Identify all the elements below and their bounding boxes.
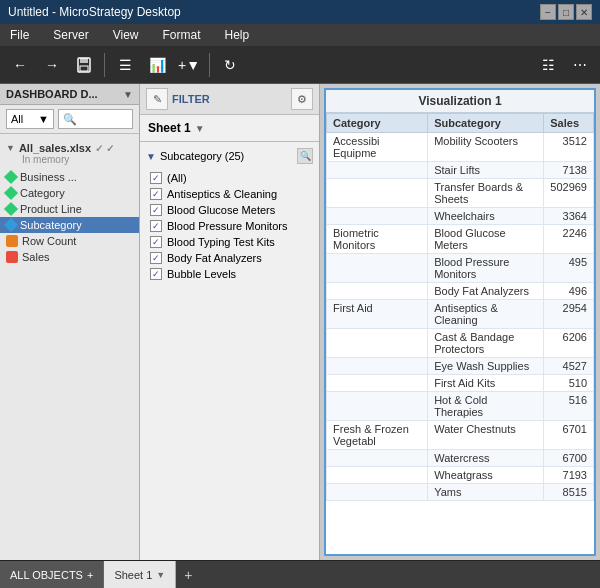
sidebar-item-productline[interactable]: Product Line — [0, 201, 139, 217]
cell-sales: 7138 — [544, 162, 594, 179]
filter-checkbox-bloodtyping[interactable] — [150, 236, 162, 248]
refresh-button[interactable]: ↻ — [216, 51, 244, 79]
visualization-panel: Visualization 1 Category Subcategory Sal… — [324, 88, 596, 556]
table-row: Transfer Boards & Sheets502969 — [327, 179, 594, 208]
table-row: Hot & Cold Therapies516 — [327, 392, 594, 421]
add-sheet-button[interactable]: + — [176, 561, 200, 588]
filter-item-bloodpressure-label: Blood Pressure Monitors — [167, 220, 287, 232]
left-panel-arrow[interactable]: ▼ — [123, 89, 133, 100]
filter-checkbox-bubble[interactable] — [150, 268, 162, 280]
filter-pencil-icon[interactable]: ✎ — [146, 88, 168, 110]
save-button[interactable] — [70, 51, 98, 79]
file-sub: In memory — [6, 154, 133, 165]
extra-button-2[interactable]: ⋯ — [566, 51, 594, 79]
layers-button[interactable]: ☰ — [111, 51, 139, 79]
bottom-bar: ALL OBJECTS + Sheet 1 ▼ + — [0, 560, 600, 588]
cell-subcategory: Antiseptics & Cleaning — [428, 300, 544, 329]
filter-item-all[interactable]: (All) — [150, 170, 309, 186]
data-table: Category Subcategory Sales Accessibi Equ… — [326, 113, 594, 501]
rowcount-label: Row Count — [22, 235, 76, 247]
cell-subcategory: Yams — [428, 484, 544, 501]
sheet-tab[interactable]: Sheet 1 ▼ — [104, 561, 176, 588]
subcategory-header: ▼ Subcategory (25) 🔍 — [146, 148, 313, 164]
sidebar-item-category[interactable]: Category — [0, 185, 139, 201]
sheet-selector[interactable]: Sheet 1 ▼ — [148, 121, 205, 135]
all-dropdown[interactable]: All ▼ — [6, 109, 54, 129]
cell-sales: 3512 — [544, 133, 594, 162]
all-objects-button[interactable]: ALL OBJECTS + — [0, 561, 104, 588]
toolbar-divider-2 — [209, 53, 210, 77]
filter-panel: ✎ FILTER ⚙ Sheet 1 ▼ ▼ Subcategory (25) … — [140, 84, 320, 560]
filter-item-all-label: (All) — [167, 172, 187, 184]
cell-category: Accessibi Equipme — [327, 133, 428, 162]
table-row: Accessibi EquipmeMobility Scooters3512 — [327, 133, 594, 162]
col-subcategory: Subcategory — [428, 114, 544, 133]
chart-button[interactable]: 📊 — [143, 51, 171, 79]
filter-item-bubble[interactable]: Bubble Levels — [150, 266, 309, 282]
filter-item-bodyfat[interactable]: Body Fat Analyzers — [150, 250, 309, 266]
filter-search-icon[interactable]: 🔍 — [297, 148, 313, 164]
filter-items-list: (All) Antiseptics & Cleaning Blood Gluco… — [146, 170, 313, 282]
filter-item-bloodglucose[interactable]: Blood Glucose Meters — [150, 202, 309, 218]
cell-sales: 3364 — [544, 208, 594, 225]
cell-subcategory: First Aid Kits — [428, 375, 544, 392]
table-row: Wheelchairs3364 — [327, 208, 594, 225]
all-selector: All ▼ 🔍 — [0, 105, 139, 134]
menu-server[interactable]: Server — [47, 26, 94, 44]
menu-help[interactable]: Help — [219, 26, 256, 44]
cell-sales: 6701 — [544, 421, 594, 450]
menu-format[interactable]: Format — [156, 26, 206, 44]
file-name[interactable]: ▼ All_sales.xlsx ✓ ✓ — [6, 142, 133, 154]
cell-category: Biometric Monitors — [327, 225, 428, 254]
back-button[interactable]: ← — [6, 51, 34, 79]
svg-rect-1 — [80, 58, 88, 63]
cell-sales: 2954 — [544, 300, 594, 329]
filter-checkbox-bloodglucose[interactable] — [150, 204, 162, 216]
cell-sales: 495 — [544, 254, 594, 283]
cell-subcategory: Mobility Scooters — [428, 133, 544, 162]
filter-settings-icon[interactable]: ⚙ — [291, 88, 313, 110]
left-panel: DASHBOARD D... ▼ All ▼ 🔍 ▼ All_sales.xls… — [0, 84, 140, 560]
filter-content: ▼ Subcategory (25) 🔍 (All) Antiseptics &… — [140, 142, 319, 560]
sidebar-item-rowcount[interactable]: Row Count — [0, 233, 139, 249]
filter-checkbox-bloodpressure[interactable] — [150, 220, 162, 232]
cell-category — [327, 375, 428, 392]
filter-checkbox-bodyfat[interactable] — [150, 252, 162, 264]
category-icon — [4, 186, 18, 200]
sidebar-item-business[interactable]: Business ... — [0, 169, 139, 185]
filter-checkbox-antiseptics[interactable] — [150, 188, 162, 200]
sales-label: Sales — [22, 251, 50, 263]
left-panel-search[interactable]: 🔍 — [58, 109, 133, 129]
minimize-button[interactable]: − — [540, 4, 556, 20]
filter-checkbox-all[interactable] — [150, 172, 162, 184]
menu-file[interactable]: File — [4, 26, 35, 44]
sidebar-item-subcategory[interactable]: Subcategory — [0, 217, 139, 233]
cell-subcategory: Body Fat Analyzers — [428, 283, 544, 300]
viz-table[interactable]: Category Subcategory Sales Accessibi Equ… — [326, 113, 594, 554]
extra-button-1[interactable]: ☷ — [534, 51, 562, 79]
file-label: All_sales.xlsx — [19, 142, 91, 154]
cell-category — [327, 329, 428, 358]
close-button[interactable]: ✕ — [576, 4, 592, 20]
sales-icon — [6, 251, 18, 263]
cell-category — [327, 467, 428, 484]
table-row: First Aid Kits510 — [327, 375, 594, 392]
objects-list: ▼ All_sales.xlsx ✓ ✓ In memory Business … — [0, 134, 139, 560]
cell-subcategory: Eye Wash Supplies — [428, 358, 544, 375]
cell-sales: 7193 — [544, 467, 594, 484]
forward-button[interactable]: → — [38, 51, 66, 79]
cell-subcategory: Hot & Cold Therapies — [428, 392, 544, 421]
sheet-header: Sheet 1 ▼ — [140, 115, 319, 142]
filter-item-bubble-label: Bubble Levels — [167, 268, 236, 280]
maximize-button[interactable]: □ — [558, 4, 574, 20]
filter-item-bloodtyping[interactable]: Blood Typing Test Kits — [150, 234, 309, 250]
add-button[interactable]: +▼ — [175, 51, 203, 79]
file-extra: ✓ ✓ — [95, 143, 114, 154]
filter-item-bloodpressure[interactable]: Blood Pressure Monitors — [150, 218, 309, 234]
sidebar-item-sales[interactable]: Sales — [0, 249, 139, 265]
menu-view[interactable]: View — [107, 26, 145, 44]
search-icon: 🔍 — [63, 113, 77, 126]
cell-subcategory: Blood Pressure Monitors — [428, 254, 544, 283]
left-panel-header: DASHBOARD D... ▼ — [0, 84, 139, 105]
filter-item-antiseptics[interactable]: Antiseptics & Cleaning — [150, 186, 309, 202]
